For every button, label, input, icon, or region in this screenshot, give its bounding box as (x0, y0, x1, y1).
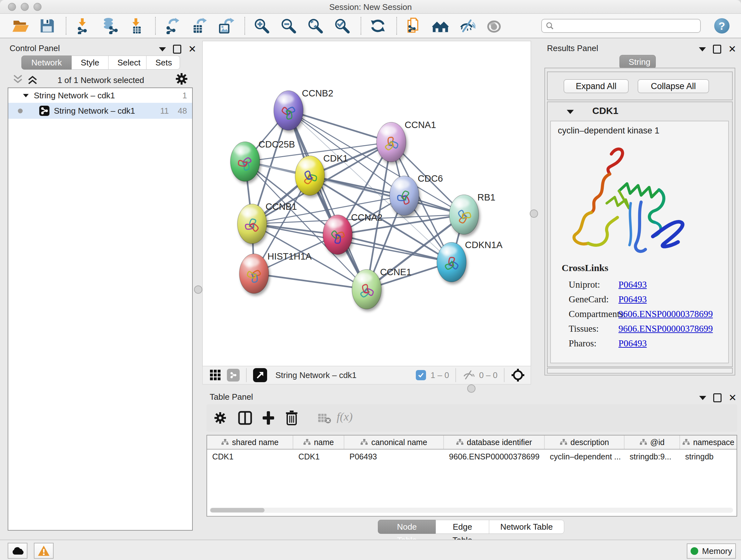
column-header[interactable]: canonical name (344, 435, 444, 449)
tab-network[interactable]: Network (21, 56, 72, 70)
show-all-eye-icon[interactable] (486, 17, 502, 34)
cloud-button[interactable] (8, 543, 27, 559)
search-input[interactable] (541, 19, 701, 33)
left-splitter-handle[interactable] (194, 286, 202, 294)
disclosure-triangle-icon[interactable] (23, 94, 29, 97)
toolbar-separator (155, 17, 156, 35)
results-panel-title: Results Panel (547, 44, 598, 53)
tab-sets[interactable]: Sets (146, 56, 180, 70)
export-table-icon[interactable] (191, 17, 207, 34)
zoom-selected-icon[interactable] (334, 17, 350, 34)
column-header[interactable]: name (293, 435, 344, 449)
network-node[interactable] (437, 242, 466, 282)
results-panel: Results Panel ✕ String Expand All Collap… (542, 41, 737, 375)
column-header[interactable]: database identifier (444, 435, 545, 449)
float-panel-icon[interactable] (713, 393, 722, 402)
import-network-file-icon[interactable] (75, 17, 91, 34)
trash-icon[interactable] (285, 410, 298, 426)
houses-icon[interactable] (432, 17, 449, 34)
crosslink-value[interactable]: P06493 (618, 292, 713, 307)
network-canvas[interactable]: CCNB2CCNA1CDC25BCDK1CDC6RB1CCNB1CCNA2CDK… (202, 41, 531, 367)
float-panel-icon[interactable] (173, 45, 181, 54)
close-panel-icon[interactable]: ✕ (728, 46, 736, 53)
network-node[interactable] (323, 215, 352, 254)
scrollbar-thumb[interactable] (210, 508, 265, 512)
zoom-out-icon[interactable] (280, 17, 297, 34)
node-label: CDC25B (259, 139, 295, 149)
crosslink-value[interactable]: 9606.ENSP00000378699 (618, 307, 713, 321)
network-list: String Network – cdk1 1 String Network –… (8, 87, 193, 531)
import-network-database-icon[interactable] (102, 17, 118, 34)
crosslink-value[interactable]: P06493 (618, 277, 713, 292)
tab-style[interactable]: Style (71, 56, 109, 70)
close-panel-icon[interactable]: ✕ (729, 394, 737, 401)
tab-node-table[interactable]: Node Table (378, 520, 436, 534)
panel-menu-icon[interactable] (699, 396, 706, 400)
toolbar-separator (360, 17, 361, 35)
export-network-icon[interactable] (164, 17, 181, 34)
expand-all-button[interactable]: Expand All (563, 79, 629, 93)
float-panel-icon[interactable] (713, 45, 721, 54)
tab-network-table[interactable]: Network Table (489, 520, 564, 534)
warning-button[interactable] (34, 543, 54, 559)
memory-button[interactable]: Memory (687, 543, 736, 559)
network-node[interactable] (449, 195, 479, 234)
import-table-icon[interactable] (128, 17, 145, 34)
node-label: CDKN1A (465, 240, 502, 250)
network-edge[interactable] (254, 273, 367, 289)
help-icon[interactable]: ? (714, 18, 730, 34)
gear-icon[interactable] (213, 411, 227, 425)
network-node[interactable] (238, 204, 267, 244)
zoom-in-icon[interactable] (253, 17, 270, 34)
network-node[interactable] (274, 91, 303, 130)
crosshair-icon[interactable] (511, 368, 525, 382)
crosslink-label: Uniprot: (569, 277, 626, 292)
column-header[interactable]: shared name (207, 435, 293, 449)
column-header[interactable]: description (545, 435, 624, 449)
network-row-selected[interactable]: String Network – cdk1 11 48 (8, 103, 192, 119)
column-header[interactable]: @id (624, 435, 680, 449)
column-header[interactable]: namespace (680, 435, 737, 449)
network-edge[interactable] (288, 111, 367, 289)
save-session-icon[interactable] (39, 17, 56, 34)
gene-disclosure-icon[interactable] (567, 110, 574, 114)
network-node[interactable] (377, 122, 406, 162)
panel-menu-icon[interactable] (159, 47, 166, 51)
network-node[interactable] (390, 176, 419, 215)
network-edge[interactable] (288, 111, 391, 142)
crosslink-value[interactable]: P06493 (618, 336, 713, 351)
right-splitter-handle[interactable] (530, 209, 538, 218)
table-row[interactable]: CDK1 CDK1 P06493 9606.ENSP00000378699 cy… (207, 449, 737, 463)
columns-icon[interactable] (238, 411, 253, 425)
network-node[interactable] (239, 254, 269, 294)
gear-icon[interactable] (175, 72, 188, 85)
network-badge-share-icon[interactable] (227, 369, 240, 381)
export-image-icon[interactable] (218, 17, 234, 34)
network-graph[interactable]: CCNB2CCNA1CDC25BCDK1CDC6RB1CCNB1CCNA2CDK… (203, 41, 531, 366)
grid-view-icon[interactable] (210, 369, 221, 381)
cloud-icon (11, 546, 23, 555)
open-in-new-window-icon[interactable] (253, 368, 267, 382)
selected-checkbox[interactable] (416, 370, 426, 380)
tab-string[interactable]: String (619, 55, 656, 69)
open-session-icon[interactable] (12, 17, 29, 34)
network-node[interactable] (230, 142, 260, 181)
collection-name: String Network – cdk1 (34, 91, 115, 101)
horizontal-scrollbar[interactable] (210, 508, 733, 513)
network-node[interactable] (295, 156, 325, 195)
zoom-fit-icon[interactable] (307, 17, 324, 34)
new-network-from-selection-icon[interactable] (405, 17, 422, 34)
tab-select[interactable]: Select (108, 56, 146, 70)
network-node[interactable] (352, 269, 381, 309)
cell-description: cyclin–dependent ... (545, 452, 624, 461)
panel-menu-icon[interactable] (699, 47, 706, 51)
collapse-all-button[interactable]: Collapse All (637, 79, 709, 93)
refresh-icon[interactable] (369, 17, 386, 34)
plus-icon[interactable] (261, 411, 275, 425)
table-header-row: shared name name canonical name database… (207, 435, 737, 449)
crosslink-value[interactable]: 9606.ENSP00000378699 (618, 321, 713, 336)
hide-selected-eye-slash-icon[interactable] (459, 17, 475, 34)
tab-edge-table[interactable]: Edge Table (435, 520, 489, 534)
close-panel-icon[interactable]: ✕ (188, 46, 196, 53)
network-collection-row[interactable]: String Network – cdk1 1 (8, 88, 192, 103)
